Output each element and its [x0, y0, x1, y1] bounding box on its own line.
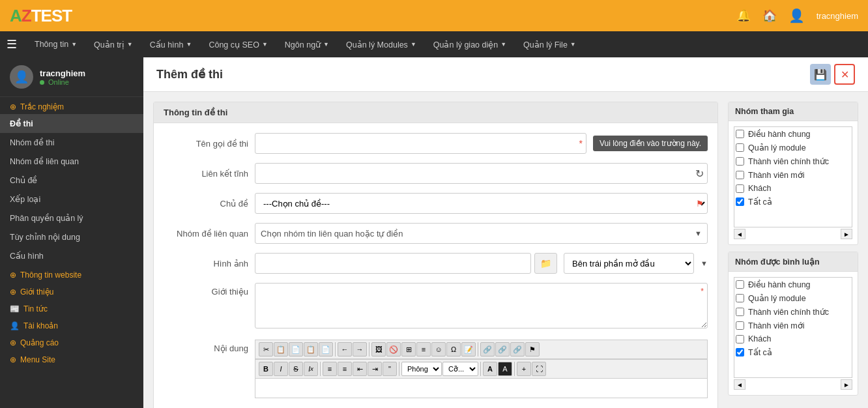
- textarea-gioithieu[interactable]: [255, 283, 708, 328]
- bg-color-btn[interactable]: A: [498, 362, 512, 376]
- sidebar-section-thongtin[interactable]: ⊕ Thông tin website: [0, 265, 143, 282]
- special-char-btn[interactable]: Ω: [446, 342, 461, 357]
- circle-plus-icon: ⊕: [10, 287, 16, 297]
- ol-btn[interactable]: ≡: [323, 362, 337, 376]
- table-btn[interactable]: ⊞: [401, 342, 416, 357]
- sidebar-item-cauhinh[interactable]: Cấu hình: [0, 246, 143, 265]
- checkbox-dieuhanhchung[interactable]: [736, 130, 744, 138]
- indent-btn[interactable]: ⇥: [368, 362, 382, 376]
- input-lienket[interactable]: [255, 163, 708, 184]
- sidebar-section-gioithieu[interactable]: ⊕ Giới thiệu: [0, 282, 143, 299]
- italic-btn[interactable]: I: [274, 362, 288, 376]
- blockquote-btn[interactable]: ": [383, 362, 397, 376]
- home-icon[interactable]: 🏠: [762, 8, 777, 23]
- nav-item-quantri[interactable]: Quản trị ▼: [86, 35, 141, 55]
- select-image-position[interactable]: Bên trái phần mở đầu: [564, 253, 694, 274]
- image-btn[interactable]: 🖼: [371, 342, 386, 357]
- checkbox-bl-quanlymodule[interactable]: [736, 294, 744, 302]
- outdent-btn[interactable]: ⇤: [353, 362, 367, 376]
- removeformat-btn[interactable]: Ix: [304, 362, 318, 376]
- select-chude[interactable]: ---Chọn chủ đề---: [255, 193, 708, 214]
- hr-btn[interactable]: ≡: [416, 342, 431, 357]
- sidebar-item-nhomdelienquan[interactable]: Nhóm đề liên quan: [0, 152, 143, 171]
- list-item: Điều hành chung: [734, 278, 852, 291]
- paste-text-btn[interactable]: 📋: [304, 342, 318, 357]
- checkbox-bl-tatca[interactable]: [736, 348, 744, 357]
- checkbox-thanhvienchinhthuc[interactable]: [736, 157, 744, 166]
- flag-btn[interactable]: ⚑: [525, 342, 540, 357]
- page-title: Thêm đề thi: [156, 67, 223, 81]
- news-icon: 📰: [10, 304, 20, 313]
- scroll-left-btn2[interactable]: ◄: [734, 379, 745, 390]
- redo-btn[interactable]: →: [353, 342, 367, 357]
- copy-btn[interactable]: 📋: [274, 342, 288, 357]
- checkbox-quanlymodule[interactable]: [736, 143, 744, 152]
- sidebar-item-nhomdethi[interactable]: Nhóm đề thi: [0, 133, 143, 152]
- toolbar-separator: [399, 362, 399, 376]
- unlink-btn[interactable]: 🔗: [495, 342, 510, 357]
- sidebar-section-taikhoan[interactable]: 👤 Tài khoản: [0, 316, 143, 333]
- scroll-right-btn2[interactable]: ►: [841, 379, 852, 390]
- checkbox-bl-dieuhanhchung[interactable]: [736, 280, 744, 289]
- list-item: Điều hành chung: [734, 127, 852, 141]
- refresh-icon[interactable]: ↻: [695, 168, 704, 180]
- font-color-btn[interactable]: A: [483, 362, 497, 376]
- sidebar-item-tuychinhnd[interactable]: Tùy chỉnh nội dung: [0, 227, 143, 246]
- flash-btn[interactable]: 🚫: [386, 342, 401, 357]
- page-break-btn[interactable]: 📝: [461, 342, 476, 357]
- item-label: Khách: [748, 184, 771, 193]
- panel-body-nhombinhluan: Điều hành chung Quản lý module Thành viê…: [729, 272, 858, 395]
- bold-btn[interactable]: B: [259, 362, 273, 376]
- cut-btn[interactable]: ✂: [259, 342, 273, 357]
- paste-word-btn[interactable]: 📄: [319, 342, 333, 357]
- sidebar-item-phanquyen[interactable]: Phân quyền quản lý: [0, 209, 143, 227]
- close-button[interactable]: ✕: [834, 64, 855, 85]
- undo-btn[interactable]: ←: [338, 342, 352, 357]
- checkbox-bl-thanhvienchinhthuc[interactable]: [736, 308, 744, 316]
- editor-toolbar-row2: B I S Ix ≡ ≡ ⇤ ⇥ ": [255, 359, 708, 379]
- plus-btn[interactable]: +: [517, 362, 531, 376]
- nav-item-thongtin[interactable]: Thông tin ▼: [27, 35, 85, 54]
- list-item: Thành viên mới: [734, 168, 852, 182]
- fullscreen-btn[interactable]: ⛶: [532, 362, 546, 376]
- nav-item-ngonngu[interactable]: Ngôn ngữ ▼: [277, 35, 337, 55]
- strikethrough-btn[interactable]: S: [289, 362, 303, 376]
- nav-item-congcuseo[interactable]: Công cụ SEO ▼: [201, 35, 275, 55]
- sidebar-item-chude[interactable]: Chủ đề: [0, 171, 143, 190]
- image-path-input[interactable]: [255, 253, 531, 274]
- anchor-btn[interactable]: 🔗: [510, 342, 525, 357]
- sidebar-section-tracnghiem: ⊕ Trắc nghiệm: [0, 97, 143, 114]
- browse-button[interactable]: 📁: [534, 253, 557, 274]
- label-nhomde: Nhóm đề liên quan: [164, 229, 248, 239]
- editor-content[interactable]: [255, 379, 708, 398]
- nav-toggle-icon[interactable]: ☰: [7, 37, 17, 51]
- nav-item-giaodien[interactable]: Quản lý giao diện ▼: [426, 35, 514, 55]
- sidebar-section-menusite[interactable]: ⊕ Menu Site: [0, 350, 143, 367]
- smiley-btn[interactable]: ☺: [431, 342, 446, 357]
- ul-btn[interactable]: ≡: [338, 362, 352, 376]
- main-content: Thêm đề thi 💾 ✕ Thông tin đề thi: [143, 57, 868, 408]
- checkbox-tatca[interactable]: [736, 197, 744, 206]
- checkbox-khach[interactable]: [736, 184, 744, 193]
- sidebar-section-quangcao[interactable]: ⊕ Quảng cáo: [0, 333, 143, 350]
- checkbox-bl-thanhvienmoi[interactable]: [736, 321, 744, 330]
- checkbox-bl-khach[interactable]: [736, 335, 744, 343]
- dropdown-nhomde[interactable]: Chọn nhóm tin liên quan hoặc tự điền ▼: [255, 223, 708, 244]
- nav-item-cauhinh[interactable]: Cấu hình ▼: [142, 35, 200, 55]
- nav-item-modules[interactable]: Quản lý Modules ▼: [338, 35, 424, 55]
- sidebar-section-tintuc[interactable]: 📰 Tin tức: [0, 299, 143, 316]
- scroll-right-btn[interactable]: ►: [841, 229, 852, 239]
- nav-item-quanlyfile[interactable]: Quản lý File ▼: [515, 35, 584, 55]
- font-family-select[interactable]: Phông: [401, 362, 442, 376]
- sidebar-item-xeploai[interactable]: Xếp loại: [0, 190, 143, 209]
- font-size-select[interactable]: Cỡ...: [442, 362, 478, 376]
- sidebar-item-dethi[interactable]: Đề thi: [0, 114, 143, 133]
- notification-icon[interactable]: 🔔: [736, 8, 751, 23]
- scroll-left-btn[interactable]: ◄: [734, 229, 745, 239]
- checkbox-thanhvienmoi[interactable]: [736, 171, 744, 179]
- save-button[interactable]: 💾: [810, 64, 831, 85]
- paste-btn[interactable]: 📄: [289, 342, 303, 357]
- input-tengoi[interactable]: [255, 133, 586, 154]
- link-btn[interactable]: 🔗: [480, 342, 495, 357]
- chevron-down-icon: ▼: [570, 41, 576, 48]
